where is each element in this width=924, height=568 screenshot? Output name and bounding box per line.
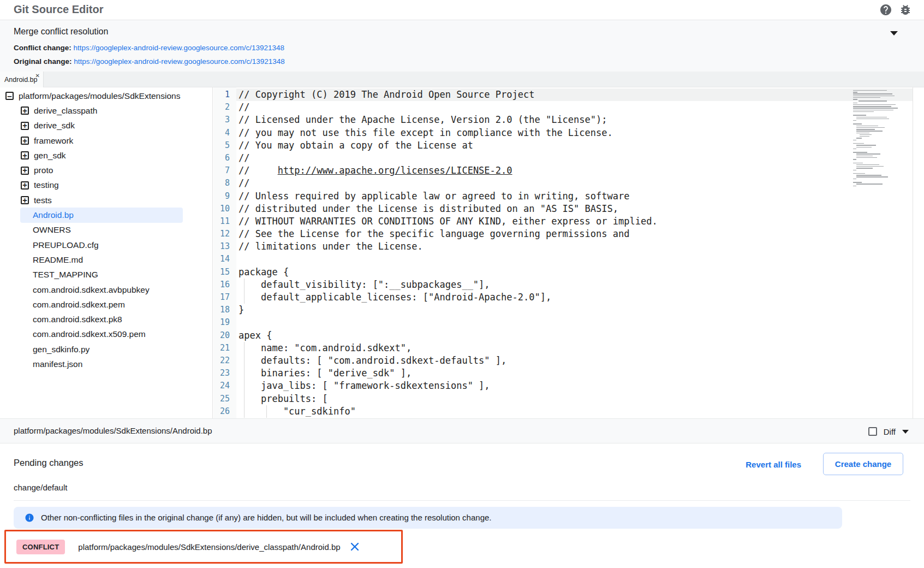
diff-dropdown-arrow-icon[interactable]	[902, 430, 909, 434]
line-number: 9	[213, 190, 230, 203]
collapse-icon[interactable]: −	[5, 92, 14, 100]
line-number: 22	[213, 354, 230, 367]
tab-close-icon[interactable]: ✕	[35, 73, 40, 79]
line-number: 11	[213, 215, 230, 228]
tree-item-OWNERS[interactable]: OWNERS	[0, 223, 212, 238]
tree-item-com.android.sdkext.x509.pem[interactable]: com.android.sdkext.x509.pem	[0, 327, 212, 342]
editor-scrollbar[interactable]	[913, 87, 913, 418]
code-text: // limitations under the License.	[239, 240, 423, 253]
line-number: 26	[213, 405, 230, 418]
expand-icon[interactable]: +	[21, 122, 29, 130]
line-number: 16	[213, 279, 230, 291]
code-text: //	[239, 152, 249, 164]
code-text: //	[239, 177, 249, 190]
code-text: // http://www.apache.org/licenses/LICENS…	[239, 164, 512, 177]
code-text: default_visibility: [":__subpackages__"]…	[239, 279, 490, 291]
code-line: 23 binaries: [ "derive_sdk" ],	[213, 367, 913, 380]
code-line: 7// http://www.apache.org/licenses/LICEN…	[213, 164, 913, 177]
tree-item-gen_sdkinfo.py[interactable]: gen_sdkinfo.py	[0, 342, 212, 357]
line-number: 7	[213, 164, 230, 177]
line-number: 24	[213, 380, 230, 392]
tab-android-bp[interactable]: Android.bp ✕	[0, 72, 44, 87]
line-number: 12	[213, 228, 230, 240]
line-number: 18	[213, 304, 230, 316]
tree-item-gen_sdk[interactable]: +gen_sdk	[0, 148, 212, 163]
code-line: 20apex {	[213, 329, 913, 342]
original-change-link[interactable]: https://googleplex-android-review.google…	[74, 57, 285, 66]
code-lines: 1// Copyright (C) 2019 The Android Open …	[213, 88, 913, 418]
line-number: 3	[213, 114, 230, 126]
file-tree-items: +derive_classpath+derive_sdk+framework+g…	[0, 103, 212, 371]
tree-item-label: com.android.sdkext.avbpubkey	[33, 285, 150, 295]
app-header: Git Source Editor	[0, 0, 924, 20]
tree-item-com.android.sdkext.pk8[interactable]: com.android.sdkext.pk8	[0, 312, 212, 327]
tree-item-label: Android.bp	[33, 210, 74, 220]
tree-item-Android.bp[interactable]: Android.bp	[20, 208, 183, 222]
merge-conflict-panel: Merge conflict resolution Conflict chang…	[0, 20, 924, 72]
tree-item-TEST_MAPPING[interactable]: TEST_MAPPING	[0, 268, 212, 282]
tree-item-tests[interactable]: +tests	[0, 193, 212, 208]
help-icon[interactable]	[879, 3, 892, 16]
line-number: 17	[213, 291, 230, 304]
line-number: 2	[213, 101, 230, 114]
collapse-panel-arrow-icon[interactable]	[890, 31, 898, 36]
line-number: 8	[213, 177, 230, 190]
expand-icon[interactable]: +	[21, 137, 29, 145]
code-line: 4// you may not use this file except in …	[213, 127, 913, 139]
conflict-change-link[interactable]: https://googleplex-android-review.google…	[74, 44, 285, 52]
code-text: prebuilts: [	[239, 393, 328, 405]
code-text: // You may obtain a copy of the License …	[239, 139, 473, 152]
tree-item-com.android.sdkext.avbpubkey[interactable]: com.android.sdkext.avbpubkey	[0, 282, 212, 297]
conflict-status-badge: CONFLICT	[16, 540, 65, 554]
tree-root[interactable]: − platform/packages/modules/SdkExtension…	[0, 88, 212, 103]
remove-conflict-file-icon[interactable]	[350, 542, 360, 552]
license-url[interactable]: http://www.apache.org/licenses/LICENSE-2…	[278, 165, 512, 176]
tree-item-framework[interactable]: +framework	[0, 133, 212, 148]
info-banner: Other non-conflicting files in the origi…	[14, 507, 842, 529]
line-number: 20	[213, 329, 230, 342]
expand-icon[interactable]: +	[21, 151, 29, 159]
diff-checkbox[interactable]	[868, 427, 877, 436]
code-text: defaults: [ "com.android.sdkext-defaults…	[239, 354, 506, 367]
tree-item-label: TEST_MAPPING	[33, 270, 98, 280]
tree-item-derive_classpath[interactable]: +derive_classpath	[0, 103, 212, 118]
tree-item-PREUPLOAD.cfg[interactable]: PREUPLOAD.cfg	[0, 238, 212, 252]
code-line: 25 prebuilts: [	[213, 393, 913, 405]
tree-item-label: testing	[34, 180, 59, 190]
tree-item-label: tests	[34, 196, 52, 205]
divider	[14, 500, 910, 501]
tree-item-manifest.json[interactable]: manifest.json	[0, 357, 212, 371]
minimap[interactable]	[853, 90, 899, 190]
code-line: 9// Unless required by applicable law or…	[213, 190, 913, 203]
conflict-change-row: Conflict change: https://googleplex-andr…	[14, 44, 284, 52]
bug-icon[interactable]	[899, 3, 912, 16]
code-text: apex {	[239, 329, 272, 342]
code-line: 2//	[213, 101, 913, 114]
code-line: 24 java_libs: [ "framework-sdkextensions…	[213, 380, 913, 392]
code-editor[interactable]: 1// Copyright (C) 2019 The Android Open …	[213, 87, 913, 418]
line-number: 19	[213, 316, 230, 329]
expand-icon[interactable]: +	[21, 181, 29, 190]
tree-item-com.android.sdkext.pem[interactable]: com.android.sdkext.pem	[0, 297, 212, 312]
create-change-button[interactable]: Create change	[823, 453, 903, 475]
expand-icon[interactable]: +	[21, 106, 29, 115]
tree-item-testing[interactable]: +testing	[0, 178, 212, 193]
code-text: // Licensed under the Apache License, Ve…	[239, 114, 607, 126]
current-file-path: platform/packages/modules/SdkExtensions/…	[14, 426, 212, 435]
tree-item-README.md[interactable]: README.md	[0, 252, 212, 267]
code-line: 22 defaults: [ "com.android.sdkext-defau…	[213, 354, 913, 367]
line-number: 13	[213, 240, 230, 253]
info-banner-text: Other non-conflicting files in the origi…	[41, 507, 492, 529]
code-line: 18}	[213, 304, 913, 316]
line-number: 21	[213, 342, 230, 354]
tree-item-derive_sdk[interactable]: +derive_sdk	[0, 119, 212, 133]
code-line: 21 name: "com.android.sdkext",	[213, 342, 913, 354]
conflict-file-path[interactable]: platform/packages/modules/SdkExtensions/…	[78, 542, 340, 552]
conflict-change-label: Conflict change:	[14, 44, 71, 52]
code-line: 10// distributed under the License is di…	[213, 203, 913, 215]
expand-icon[interactable]: +	[21, 167, 29, 175]
tree-item-proto[interactable]: +proto	[0, 163, 212, 177]
revert-all-files-button[interactable]: Revert all files	[746, 460, 801, 469]
tree-item-label: PREUPLOAD.cfg	[33, 240, 99, 250]
expand-icon[interactable]: +	[21, 196, 29, 204]
